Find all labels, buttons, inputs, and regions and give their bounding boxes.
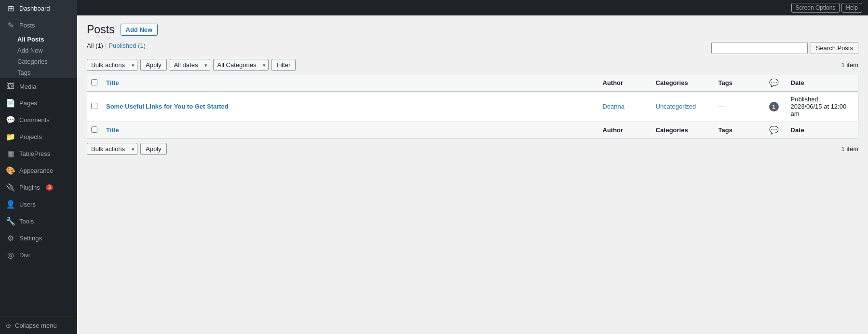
- bulk-actions-wrap-bottom: Bulk actions: [87, 143, 137, 155]
- all-categories-select[interactable]: All Categories: [213, 59, 269, 71]
- plugins-badge: 3: [46, 184, 54, 191]
- all-categories-wrap: All Categories: [213, 59, 269, 71]
- comment-footer-icon: 💬: [769, 126, 779, 134]
- tf-date[interactable]: Date: [786, 122, 858, 139]
- filter-all[interactable]: All (1): [87, 42, 103, 49]
- sidebar-item-label: Tools: [19, 218, 34, 225]
- sidebar-sub-tags[interactable]: Tags: [0, 67, 77, 78]
- th-author: Author: [598, 74, 651, 92]
- row-tags-cell: —: [714, 92, 762, 122]
- page-header: Posts Add New: [87, 23, 858, 36]
- sidebar-item-label: Projects: [19, 133, 42, 140]
- bottom-actions-bar: Bulk actions Apply 1 item: [87, 143, 858, 155]
- content-area: Posts Add New Search Posts All (1) | Pub…: [77, 15, 868, 334]
- sidebar-item-users[interactable]: 👤 Users: [0, 196, 77, 213]
- filter-published[interactable]: Published (1): [108, 42, 146, 49]
- topbar: Screen Options Help: [77, 0, 868, 15]
- apply-button-bottom[interactable]: Apply: [140, 143, 167, 155]
- sidebar-item-dashboard[interactable]: ⊞ Dashboard: [0, 0, 77, 17]
- row-categories-cell: Uncategorized: [651, 92, 714, 122]
- tf-categories: Categories: [651, 122, 714, 139]
- bulk-actions-wrap-top: Bulk actions: [87, 59, 137, 71]
- media-icon: 🖼: [6, 82, 15, 91]
- sidebar-item-label: Settings: [19, 235, 42, 242]
- apply-button-top[interactable]: Apply: [140, 59, 167, 71]
- select-all-checkbox[interactable]: [91, 79, 97, 85]
- collapse-menu[interactable]: ⊙ Collapse menu: [0, 317, 77, 334]
- comment-count-badge[interactable]: 1: [769, 102, 779, 111]
- users-icon: 👤: [6, 200, 15, 209]
- bulk-actions-select-top[interactable]: Bulk actions: [87, 59, 137, 71]
- search-input[interactable]: [711, 42, 808, 54]
- sidebar-item-label: TablePress: [19, 150, 50, 157]
- sidebar-item-posts[interactable]: ✎ Posts: [0, 17, 77, 34]
- search-posts-button[interactable]: Search Posts: [811, 42, 858, 54]
- sidebar-item-divi[interactable]: ◎ Divi: [0, 247, 77, 264]
- sidebar-item-label: Dashboard: [19, 5, 50, 12]
- help-button[interactable]: Help: [841, 3, 862, 13]
- tf-checkbox: [87, 122, 102, 139]
- sidebar-item-settings[interactable]: ⚙ Settings: [0, 230, 77, 247]
- table-row: Some Useful Links for You to Get Started…: [87, 92, 858, 122]
- th-date[interactable]: Date: [786, 74, 858, 92]
- author-link[interactable]: Deanna: [603, 103, 625, 110]
- date-status-label: Published: [791, 96, 818, 103]
- sidebar-item-label: Media: [19, 83, 36, 90]
- settings-icon: ⚙: [6, 234, 15, 243]
- sidebar-item-label: Users: [19, 201, 36, 208]
- item-count-top: 1 item: [841, 61, 858, 69]
- th-categories: Categories: [651, 74, 714, 92]
- sidebar-item-label: Divi: [19, 251, 30, 259]
- row-comments-cell: 1: [762, 92, 786, 122]
- posts-icon: ✎: [6, 21, 15, 30]
- row-checkbox[interactable]: [91, 103, 97, 109]
- th-title[interactable]: Title: [101, 74, 598, 92]
- sidebar-item-plugins[interactable]: 🔌 Plugins 3: [0, 179, 77, 196]
- table-footer-row: Title Author Categories Tags 💬 Date: [87, 122, 858, 139]
- sidebar-item-appearance[interactable]: 🎨 Appearance: [0, 162, 77, 179]
- tools-icon: 🔧: [6, 217, 15, 226]
- sidebar: ⊞ Dashboard ✎ Posts All Posts Add New Ca…: [0, 0, 77, 334]
- sidebar-item-label: Plugins: [19, 184, 40, 191]
- bulk-actions-select-bottom[interactable]: Bulk actions: [87, 143, 137, 155]
- tf-comments: 💬: [762, 122, 786, 139]
- date-value: 2023/06/15 at 12:00 am: [791, 103, 847, 117]
- sidebar-item-comments[interactable]: 💬 Comments: [0, 111, 77, 128]
- row-title-cell: Some Useful Links for You to Get Started: [101, 92, 598, 122]
- th-tags: Tags: [714, 74, 762, 92]
- filter-links: All (1) | Published (1): [87, 42, 711, 49]
- main-area: Screen Options Help Posts Add New Search…: [77, 0, 868, 334]
- collapse-icon: ⊙: [6, 322, 11, 329]
- th-checkbox: [87, 74, 102, 92]
- sidebar-sub-all-posts[interactable]: All Posts: [0, 34, 77, 45]
- sidebar-item-label: Pages: [19, 99, 37, 107]
- table-header-row: Title Author Categories Tags 💬 Date: [87, 74, 858, 92]
- sidebar-item-tablepress[interactable]: ▦ TablePress: [0, 145, 77, 162]
- item-count-bottom: 1 item: [841, 145, 858, 153]
- add-new-button[interactable]: Add New: [121, 24, 158, 36]
- page-title: Posts: [87, 23, 115, 36]
- sidebar-item-tools[interactable]: 🔧 Tools: [0, 213, 77, 230]
- select-all-checkbox-bottom[interactable]: [91, 126, 97, 133]
- filter-button[interactable]: Filter: [271, 59, 296, 71]
- top-actions-bar: Bulk actions Apply All dates All Categor…: [87, 59, 858, 71]
- sidebar-sub-categories[interactable]: Categories: [0, 56, 77, 67]
- projects-icon: 📁: [6, 132, 15, 141]
- top-actions-left: Bulk actions Apply All dates All Categor…: [87, 59, 296, 71]
- screen-options-button[interactable]: Screen Options: [791, 3, 840, 13]
- tf-title[interactable]: Title: [101, 122, 598, 139]
- sidebar-sub-add-new[interactable]: Add New: [0, 45, 77, 56]
- appearance-icon: 🎨: [6, 166, 15, 175]
- category-link[interactable]: Uncategorized: [656, 103, 696, 110]
- sidebar-item-pages[interactable]: 📄 Pages: [0, 95, 77, 111]
- sidebar-item-label: Posts: [19, 22, 35, 29]
- all-dates-select[interactable]: All dates: [170, 59, 210, 71]
- divi-icon: ◎: [6, 250, 15, 260]
- tf-author: Author: [598, 122, 651, 139]
- post-title-link[interactable]: Some Useful Links for You to Get Started: [106, 103, 229, 110]
- sidebar-item-projects[interactable]: 📁 Projects: [0, 128, 77, 145]
- row-date-cell: Published 2023/06/15 at 12:00 am: [786, 92, 858, 122]
- posts-submenu-group: ✎ Posts All Posts Add New Categories Tag…: [0, 17, 77, 78]
- row-author-cell: Deanna: [598, 92, 651, 122]
- sidebar-item-media[interactable]: 🖼 Media: [0, 78, 77, 95]
